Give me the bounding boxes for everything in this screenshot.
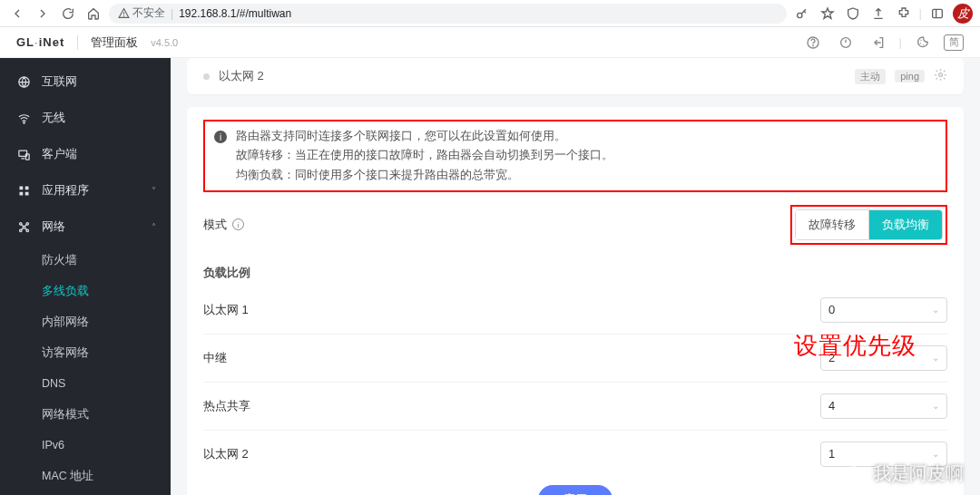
info-icon: i [214, 131, 227, 143]
svg-point-10 [23, 121, 24, 122]
info-line: 故障转移：当正在使用的接口故障时，路由器会自动切换到另一个接口。 [236, 146, 613, 165]
sidebar-item-client[interactable]: 客户端 [0, 136, 171, 172]
content-area: 以太网 2 主动 ping i 路由器支持同时连接多个联网接口，您可以在此设置如… [171, 58, 980, 495]
interface-settings-button[interactable] [934, 68, 947, 84]
svg-point-1 [797, 13, 801, 17]
svg-point-20 [26, 229, 29, 232]
language-switch[interactable]: 简 [944, 34, 964, 51]
svg-rect-14 [24, 186, 28, 189]
reboot-icon[interactable] [834, 31, 858, 54]
mode-failover-button[interactable]: 故障转移 [796, 210, 868, 239]
chevron-up-icon: ˄ [152, 222, 156, 232]
key-icon[interactable] [792, 4, 812, 24]
sidebar-subitem[interactable]: 多线负载 [0, 276, 171, 306]
profile-avatar[interactable]: 皮 [953, 4, 973, 24]
info-line: 均衡负载：同时使用多个接口来提升路由器的总带宽。 [236, 166, 613, 185]
chevron-down-icon: ⌄ [932, 353, 939, 363]
svg-rect-15 [19, 191, 23, 195]
mode-highlight-box: 故障转移负载均衡 [790, 205, 947, 245]
sidebar-item-label: 应用程序 [42, 182, 89, 199]
app-header: GL·iNet 管理面板 v4.5.0 | 简 [0, 27, 980, 58]
sidebar-item-apps[interactable]: 应用程序˅ [0, 172, 171, 209]
info-line: 路由器支持同时连接多个联网接口，您可以在此设置如何使用。 [236, 127, 613, 146]
ublock-icon[interactable] [843, 4, 863, 24]
theme-icon[interactable] [911, 31, 935, 54]
sidebar-subitem[interactable]: 旁路由 [0, 491, 171, 495]
weight-label: 以太网 2 [203, 446, 494, 462]
svg-point-0 [123, 15, 124, 16]
sidebar-item-wifi[interactable]: 无线 [0, 100, 171, 136]
client-icon [16, 148, 31, 161]
sidebar-subitem[interactable]: 内部网络 [0, 306, 171, 337]
svg-point-21 [23, 226, 25, 228]
mode-label: 模式 i [203, 217, 494, 233]
svg-point-19 [19, 229, 22, 232]
weight-value: 0 [828, 303, 835, 316]
reload-button[interactable] [58, 4, 78, 24]
sidebar-item-globe[interactable]: 互联网 [0, 63, 171, 100]
interface-card: 以太网 2 主动 ping [187, 58, 964, 94]
weight-value: 2 [828, 351, 835, 364]
app-version: v4.5.0 [151, 37, 178, 48]
svg-point-7 [920, 43, 921, 44]
share-icon[interactable] [868, 4, 888, 24]
insecure-warning-icon: 不安全 [118, 5, 165, 21]
sidebar-item-label: 无线 [42, 110, 65, 126]
sidebar-subitem[interactable]: 防火墙 [0, 245, 171, 276]
globe-icon [16, 75, 31, 89]
sidebar-subitem[interactable]: 访客网络 [0, 337, 171, 368]
sidebar-subitem[interactable]: MAC 地址 [0, 461, 171, 491]
forward-button[interactable] [33, 4, 53, 24]
sidebar: 互联网无线客户端应用程序˅网络˄防火墙多线负载内部网络访客网络DNS网络模式IP… [0, 58, 171, 495]
svg-point-18 [26, 222, 29, 225]
chevron-down-icon: ˅ [152, 186, 156, 196]
chevron-down-icon: ⌄ [932, 305, 939, 315]
help-icon[interactable] [801, 31, 825, 54]
weight-select[interactable]: 0⌄ [820, 297, 947, 323]
weight-row: 中继2⌄ [203, 335, 947, 383]
mode-segmented-control[interactable]: 故障转移负载均衡 [795, 209, 943, 240]
weight-label: 以太网 1 [203, 302, 494, 318]
back-button[interactable] [7, 4, 27, 24]
weight-select[interactable]: 2⌄ [820, 345, 947, 371]
svg-point-17 [19, 222, 22, 225]
weight-row: 以太网 10⌄ [203, 286, 947, 335]
sidebar-item-label: 客户端 [42, 146, 77, 162]
info-icon[interactable]: i [232, 218, 244, 230]
interface-name: 以太网 2 [219, 68, 846, 84]
wifi-icon [16, 112, 31, 125]
svg-point-22 [939, 73, 943, 77]
sidebar-item-net[interactable]: 网络˄ [0, 209, 171, 245]
svg-point-8 [923, 44, 924, 45]
insecure-label: 不安全 [132, 5, 165, 21]
apply-button[interactable]: 应用 [538, 485, 612, 495]
ping-chip: ping [895, 70, 925, 82]
sidebar-item-label: 互联网 [42, 73, 77, 90]
info-box: i 路由器支持同时连接多个联网接口，您可以在此设置如何使用。 故障转移：当正在使… [203, 120, 947, 192]
sidebar-subitem[interactable]: DNS [0, 368, 171, 399]
brand-logo: GL·iNet [16, 35, 64, 49]
sidebar-subitem[interactable]: 网络模式 [0, 399, 171, 430]
status-dot-icon [203, 73, 210, 80]
weight-select[interactable]: 1⌄ [820, 442, 947, 467]
home-button[interactable] [83, 4, 103, 24]
star-icon[interactable] [818, 4, 838, 24]
mode-loadbalance-button[interactable]: 负载均衡 [868, 210, 942, 239]
weight-value: 4 [828, 399, 835, 412]
logout-icon[interactable] [867, 31, 890, 54]
svg-rect-2 [933, 9, 943, 17]
multiwan-card: i 路由器支持同时连接多个联网接口，您可以在此设置如何使用。 故障转移：当正在使… [187, 107, 964, 495]
url-text: 192.168.8.1/#/multiwan [179, 7, 291, 20]
svg-point-6 [920, 39, 921, 40]
svg-point-4 [812, 45, 813, 46]
sidebar-item-label: 网络 [42, 218, 65, 235]
mode-chip: 主动 [855, 69, 886, 84]
weight-select[interactable]: 4⌄ [820, 393, 947, 419]
panel-icon[interactable] [927, 4, 947, 24]
extensions-icon[interactable] [894, 4, 914, 24]
weight-label: 中继 [203, 350, 494, 366]
sidebar-subitem[interactable]: IPv6 [0, 430, 171, 461]
address-bar[interactable]: 不安全 | 192.168.8.1/#/multiwan [109, 4, 787, 24]
weight-row: 热点共享4⌄ [203, 383, 947, 431]
browser-toolbar: 不安全 | 192.168.8.1/#/multiwan | 皮 [0, 0, 980, 27]
